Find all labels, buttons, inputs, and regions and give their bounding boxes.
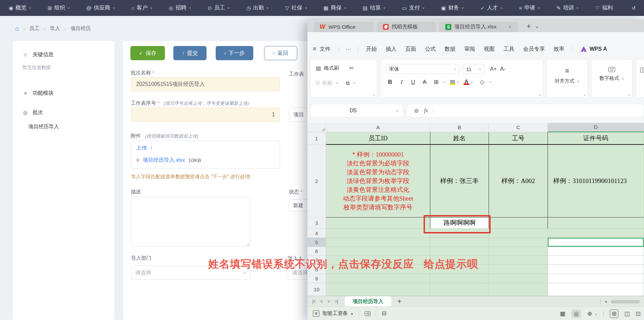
italic-button[interactable]: I	[396, 79, 407, 86]
cell-B[interactable]	[430, 247, 489, 256]
cell-A2[interactable]: * 样例：100000001淡红色背景为必填字段淡蓝色背景为动态字段淡绿色背景为…	[326, 145, 430, 218]
menu-view[interactable]: 视图	[479, 46, 499, 53]
file-name-link[interactable]: 项目经历导入.xlsx	[143, 157, 185, 164]
bold-button[interactable]: B	[384, 79, 396, 86]
fill-color-button[interactable]: ▨	[450, 79, 455, 85]
cell-A3[interactable]	[326, 218, 430, 229]
cell-B[interactable]	[430, 238, 489, 247]
breadcrumb-item[interactable]: 项目经历	[70, 25, 91, 32]
wps-home-tab[interactable]: W WPS Office	[314, 22, 373, 32]
cell-C3[interactable]	[489, 218, 548, 229]
chevron-down-icon[interactable]: ∨	[457, 81, 459, 84]
save-button[interactable]: ✓ 保存	[130, 46, 165, 60]
chevron-down-icon[interactable]: ∨	[353, 82, 356, 85]
menu-page[interactable]: 页面	[401, 46, 421, 53]
new-tab-button[interactable]: +	[527, 22, 531, 31]
batch-name-input[interactable]: 202510051515项目经历导入	[131, 77, 280, 91]
cell-C[interactable]	[489, 274, 548, 283]
chevron-down-icon[interactable]: ∨	[396, 109, 399, 112]
group-expand-icon[interactable]: ↘	[583, 93, 586, 96]
nav-item-org[interactable]: ⊞ 组织 ∨	[48, 4, 70, 12]
column-header[interactable]: C	[489, 123, 548, 132]
horizontal-scrollbar[interactable]	[611, 300, 640, 303]
select-all-corner[interactable]	[307, 123, 326, 132]
nav-item-employee[interactable]: ⊙ 员工 ∨	[208, 4, 230, 12]
cell-B[interactable]	[430, 283, 489, 296]
row-header[interactable]: 10	[307, 283, 326, 296]
cell-B2[interactable]: 样例：张三丰	[430, 145, 489, 218]
sidebar-item-modules[interactable]: ≡ 功能模块	[22, 90, 114, 97]
grow-font-button[interactable]: A+	[490, 66, 497, 72]
nav-item-attendance[interactable]: ◷ 出勤 ∨	[246, 4, 269, 12]
cell-D1[interactable]: 证件号码	[548, 132, 644, 145]
cell-B[interactable]	[430, 274, 489, 283]
nav-item-recruit[interactable]: ◎ 招聘 ∨	[169, 4, 191, 12]
cell-D[interactable]	[548, 229, 644, 238]
eye-preview-icon[interactable]: ◎	[572, 310, 581, 318]
outline-icon[interactable]: ⊟	[382, 310, 386, 317]
cell-D3[interactable]	[548, 218, 644, 229]
cell-D[interactable]	[548, 256, 644, 265]
cell-C[interactable]	[489, 238, 548, 247]
chevron-down-icon[interactable]: ∨	[471, 81, 473, 84]
nav-item-supplier[interactable]: @ 供应商 ∨	[86, 4, 115, 12]
formula-bar[interactable]: ⊜ fx	[406, 104, 644, 117]
borders-button[interactable]: ⊞	[430, 78, 442, 86]
sidebar-item-project-import[interactable]: 项目经历导入	[28, 123, 114, 130]
menu-review[interactable]: 审阅	[460, 46, 479, 53]
wps-ai-button[interactable]: WPS A	[581, 46, 607, 52]
column-header[interactable]: B	[430, 123, 489, 132]
paste-button[interactable]: 粘贴	[322, 80, 332, 86]
back-button[interactable]: ‹ 返回	[264, 46, 297, 60]
normal-view-icon[interactable]: ⊞	[610, 310, 618, 318]
table-tools-icon[interactable]: ▦	[560, 310, 565, 317]
column-header[interactable]: A	[326, 123, 430, 132]
macro-vb-icon[interactable]: VB	[365, 311, 370, 316]
scroll-left-icon[interactable]: ◄	[604, 300, 607, 303]
sheet-number-input[interactable]: 1	[131, 108, 280, 122]
cell-D[interactable]	[548, 265, 644, 274]
group-expand-icon[interactable]: ↘	[628, 93, 630, 96]
row-header[interactable]: 9	[307, 274, 326, 283]
nav-item-finance[interactable]: ▣ 财务 ∨	[441, 4, 464, 12]
cell-C1[interactable]: 工号	[489, 132, 548, 145]
menu-efficiency[interactable]: 效率	[549, 46, 569, 53]
group-expand-icon[interactable]: ↘	[372, 93, 375, 96]
menu-formula[interactable]: 公式	[421, 46, 440, 53]
nav-item-social-insurance[interactable]: ▽ 社保 ∨	[285, 4, 307, 12]
nav-item-payment[interactable]: ▭ 支付 ∨	[402, 4, 425, 12]
file-menu[interactable]: 文件	[320, 46, 330, 53]
upload-button[interactable]: 上传 ↑	[136, 144, 153, 152]
cell-C[interactable]	[489, 283, 548, 296]
fx-icon[interactable]: fx	[424, 108, 428, 114]
sheet-nav-arrow[interactable]: >|	[335, 299, 338, 304]
nav-item-apply[interactable]: ≡ 申请 ∨	[519, 4, 540, 12]
paste-icon[interactable]: ⎘	[316, 80, 320, 86]
move-tool-button[interactable]: ⊕ ∨	[587, 310, 597, 317]
row-header[interactable]: 4	[307, 229, 326, 238]
nav-item-welfare[interactable]: ♡ 福利	[595, 4, 615, 12]
menu-insert[interactable]: 插入	[381, 46, 401, 53]
chevron-down-icon[interactable]: ∨	[336, 82, 338, 85]
format-painter-button[interactable]: 格式刷	[324, 65, 339, 71]
tab-list-chevron-icon[interactable]: ∨	[536, 25, 538, 29]
alignment-button[interactable]: ≡ 对齐方式 ∨	[547, 67, 587, 84]
menu-data[interactable]: 数据	[440, 46, 460, 53]
nav-item-settlement[interactable]: ▤ 结算 ∨	[363, 4, 386, 12]
cell-D[interactable]	[548, 274, 644, 283]
group-expand-icon[interactable]: ↘	[538, 93, 541, 96]
clear-format-button[interactable]: ◇	[476, 78, 488, 86]
sidebar-item-batch[interactable]: ◎ 批次	[22, 109, 114, 116]
nav-item-more[interactable]: ↺	[631, 5, 641, 11]
spreadsheet-grid[interactable]: 1 员工ID 姓名 工号 证件号码 2 * 样例：100000001淡红色背景为…	[307, 132, 644, 296]
cell-D[interactable]	[548, 247, 644, 256]
nav-item-training[interactable]: ✎ 培训 ∨	[556, 4, 579, 12]
row-header[interactable]: 6	[307, 247, 326, 256]
column-header[interactable]: D	[548, 123, 644, 132]
cell-D[interactable]	[548, 238, 644, 247]
cell-A[interactable]	[326, 238, 430, 247]
strikethrough-button[interactable]: A	[419, 79, 430, 86]
nav-item-commercial-insurance[interactable]: ▦ 商保 ∨	[323, 4, 346, 12]
submit-button[interactable]: ↑ 提交	[173, 46, 207, 60]
menu-member[interactable]: 会员专享	[519, 46, 549, 53]
